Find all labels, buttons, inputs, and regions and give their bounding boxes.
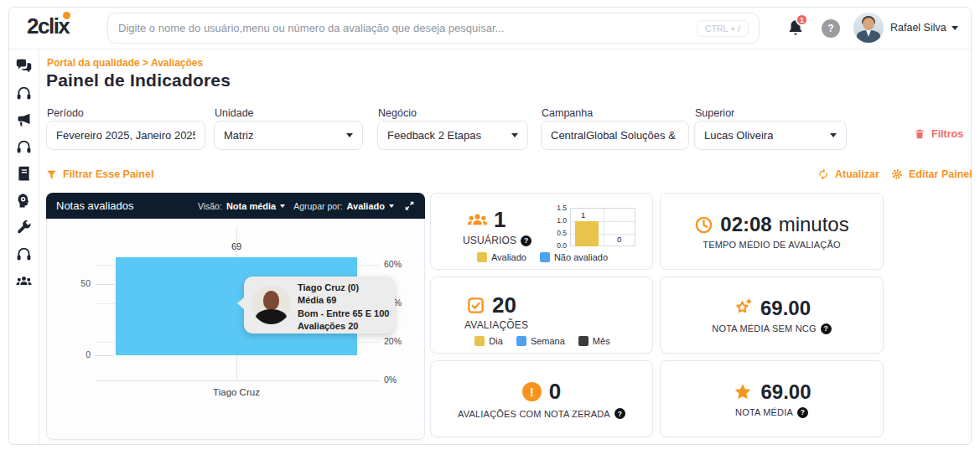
left-axis-tick: 0 <box>69 349 91 359</box>
sidebar-item-library[interactable] <box>13 163 34 184</box>
filter-label-campanha: Campanha <box>542 107 593 119</box>
sidebar-divider <box>39 49 39 444</box>
chart-title: Notas avaliados <box>56 199 189 212</box>
nota-sem-ncg-value: 69.00 <box>760 297 811 320</box>
chevron-down-icon <box>511 133 518 137</box>
sidebar-item-support[interactable] <box>13 82 34 104</box>
axis-tick-mark <box>96 355 114 356</box>
mini-tick: 0.5 <box>550 229 567 237</box>
mini-tick: 1.5 <box>550 204 567 212</box>
help-badge-icon[interactable]: ? <box>821 323 832 334</box>
headset-icon <box>15 246 33 263</box>
card-usuarios: 1 USUÁRIOS ? 1.5 1.0 0.5 0.0 1 0 Avaliad… <box>430 193 653 270</box>
user-menu[interactable]: Rafael Silva <box>890 22 958 34</box>
avaliacoes-value: 20 <box>492 292 516 318</box>
help-badge-icon[interactable]: ? <box>797 407 808 418</box>
view-dropdown[interactable]: Visão: Nota média <box>198 201 285 211</box>
users-icon <box>466 209 489 231</box>
chart-tooltip: Tiago Cruz (0) Média 69 Bom - Entre 65 E… <box>244 277 395 333</box>
help-badge-icon[interactable]: ? <box>521 235 531 246</box>
funnel-icon <box>46 169 57 180</box>
tooltip-name: Tiago Cruz (0) <box>298 282 389 294</box>
sidebar-item-psychology[interactable] <box>13 189 34 211</box>
tooltip-avatar <box>251 285 291 324</box>
shortcut-badge: CTRL + / <box>697 20 749 37</box>
megaphone-icon <box>15 111 33 129</box>
nota-media-label: NOTA MÉDIA ? <box>735 407 808 418</box>
trash-icon <box>914 128 926 140</box>
card-nota-sem-ncg: 69.00 NOTA MÉDIA SEM NCG ? <box>660 277 884 354</box>
main-chart-card: Notas avaliados Visão: Nota média Agrupa… <box>46 193 425 440</box>
right-axis-tick: 60% <box>384 259 419 269</box>
tooltip-text: Tiago Cruz (0) Média 69 Bom - Entre 65 E… <box>298 282 389 333</box>
filter-label-negocio: Negócio <box>378 107 417 119</box>
filter-negocio[interactable]: Feedback 2 Etapas <box>377 121 528 150</box>
right-axis-tick: 0% <box>384 375 419 385</box>
tooltip-arrow <box>237 297 245 310</box>
sidebar-item-calls[interactable] <box>13 243 34 265</box>
notifications-button[interactable]: 1 <box>786 18 806 39</box>
page-title: Painel de Indicadores <box>46 70 231 90</box>
star-plus-icon <box>733 297 754 318</box>
chevron-down-icon <box>346 133 353 137</box>
filter-unidade[interactable]: Matriz <box>214 121 363 150</box>
chart-header: Notas avaliados Visão: Nota média Agrupa… <box>46 193 425 219</box>
sidebar-item-announcements[interactable] <box>13 109 34 131</box>
bar-value-label: 69 <box>220 241 253 251</box>
psychology-icon <box>15 192 33 209</box>
help-badge-icon[interactable]: ? <box>614 408 625 419</box>
sidebar-item-chat[interactable] <box>13 55 34 77</box>
chevron-down-icon <box>280 204 285 208</box>
usuarios-value: 1 <box>494 207 506 233</box>
tooltip-count: Avaliações 20 <box>298 320 389 333</box>
card-nota-media: 69.00 NOTA MÉDIA ? <box>660 360 884 437</box>
legend-swatch <box>516 336 526 346</box>
chevron-down-icon <box>830 133 837 137</box>
card-nota-zerada: ! 0 AVALIAÇÕES COM NOTA ZERADA ? <box>430 360 653 437</box>
legend-swatch <box>474 336 485 346</box>
avatar[interactable] <box>853 13 884 43</box>
refresh-button[interactable]: Atualizar <box>817 168 879 180</box>
card-avaliacoes: 20 AVALIAÇÕES Dia Semana Mês <box>430 277 653 354</box>
filter-superior[interactable]: Lucas Oliveira <box>694 121 847 150</box>
x-axis-line <box>96 380 381 381</box>
avatar-face <box>863 18 874 30</box>
filter-panel-button[interactable]: Filtrar Esse Painel <box>46 168 153 180</box>
sidebar-item-tools[interactable] <box>13 216 34 238</box>
group-by-dropdown[interactable]: Agrupar por: Avaliado <box>293 201 394 211</box>
filter-label-unidade: Unidade <box>215 107 254 119</box>
card-tempo-medio: 02:08 minutos TEMPO MÉDIO DE AVALIAÇÃO <box>660 193 884 270</box>
filter-campanha[interactable]: CentralGlobal Soluções & Filia <box>541 121 689 150</box>
app-window: 2clix Digite o nome do usuário,menu ou n… <box>0 0 980 455</box>
topbar-divider <box>9 49 971 49</box>
nota-zerada-value: 0 <box>549 379 561 405</box>
mini-bar-value: 0 <box>617 235 621 244</box>
legend-swatch <box>477 252 487 262</box>
clear-filters-button[interactable]: Filtros <box>914 128 963 140</box>
usuarios-legend: Avaliado Não avaliado <box>431 252 654 262</box>
breadcrumb[interactable]: Portal da qualidade > Avaliações <box>47 57 203 69</box>
expand-button[interactable] <box>404 200 415 211</box>
mini-bar-value: 1 <box>581 210 585 220</box>
tempo-value: 02:08 <box>720 213 771 236</box>
logo[interactable]: 2clix <box>27 13 86 39</box>
left-axis-tick: 50 <box>69 278 91 288</box>
filter-periodo[interactable]: Fevereiro 2025, Janeiro 2025,€ <box>46 121 205 150</box>
sidebar-item-monitoring[interactable] <box>13 136 34 158</box>
help-button[interactable]: ? <box>822 19 840 38</box>
clock-icon <box>694 215 713 235</box>
chevron-down-icon <box>389 204 394 208</box>
tooltip-media: Média 69 <box>298 294 389 307</box>
sidebar-item-groups[interactable] <box>13 270 34 292</box>
mini-tick: 1.0 <box>550 216 567 225</box>
star-icon <box>732 381 754 403</box>
edit-panel-button[interactable]: Editar Painel <box>891 168 972 180</box>
search-input[interactable]: Digite o nome do usuário,menu ou número … <box>107 13 760 44</box>
x-axis-category: Tiago Cruz <box>186 387 287 397</box>
user-name: Rafael Silva <box>890 22 946 34</box>
refresh-icon <box>817 168 829 180</box>
logo-dot-icon <box>63 12 70 19</box>
chevron-down-icon <box>951 26 958 30</box>
mini-tick: 0.0 <box>550 241 567 250</box>
usuarios-label-row: USUÁRIOS ? <box>463 235 531 246</box>
